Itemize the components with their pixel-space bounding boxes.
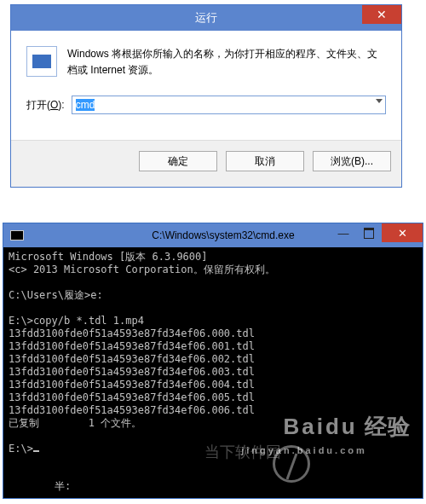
run-info: Windows 将根据你所输入的名称，为你打开相应的程序、文件夹、文档或 Int… [26,46,386,78]
cmd-titlebar[interactable]: C:\Windows\system32\cmd.exe — ✕ [3,223,423,247]
watermark-logo-icon [273,445,310,483]
run-description: Windows 将根据你所输入的名称，为你打开相应的程序、文件夹、文档或 Int… [67,46,386,78]
cmd-line: 13fdd3100fde0f51a4593e87fd34ef06.006.tdl [9,404,255,416]
cmd-output[interactable]: Microsoft Windows [版本 6.3.9600] <c> 2013… [3,247,423,498]
open-combobox[interactable] [72,96,386,114]
run-body: Windows 将根据你所输入的名称，为你打开相应的程序、文件夹、文档或 Int… [11,31,401,140]
close-icon: ✕ [377,8,387,21]
cmd-line: 13fdd3100fde0f51a4593e87fd34ef06.004.tdl [9,379,255,391]
open-input[interactable] [72,96,386,114]
close-button[interactable]: ✕ [362,5,401,24]
cmd-fragment: 半: [55,480,71,493]
cmd-line: 13fdd3100fde0f51a4593e87fd34ef06.001.tdl [9,340,255,352]
cmd-close-button[interactable]: ✕ [382,223,423,242]
cursor-icon [33,450,39,452]
cmd-line: 13fdd3100fde0f51a4593e87fd34ef06.005.tdl [9,391,255,403]
run-app-icon [26,46,57,77]
open-label: 打开(O): [26,98,65,113]
cmd-line: 13fdd3100fde0f51a4593e87fd34ef06.002.tdl [9,353,255,365]
open-label-pre: 打开( [26,99,50,111]
chevron-down-icon[interactable] [376,99,383,103]
run-title: 运行 [11,10,401,26]
run-titlebar[interactable]: 运行 ✕ [11,5,401,31]
cmd-window: C:\Windows\system32\cmd.exe — ✕ Microsof… [3,223,423,499]
cmd-prompt: E:\> [9,443,33,455]
cmd-line: <c> 2013 Microsoft Corporation。保留所有权利。 [9,264,275,275]
cmd-window-controls: — ✕ [331,223,423,242]
cmd-app-icon [10,230,24,240]
open-label-post: ): [58,99,64,111]
watermark-baidu: Baidu 经验 jingyan.baidu.com [241,408,411,483]
browse-button[interactable]: 浏览(B)... [313,151,391,171]
cmd-line: E:\>copy/b *.tdl 1.mp4 [9,315,144,327]
cmd-line: C:\Users\履途>e: [9,289,103,301]
cmd-line: 13fdd3100fde0f51a4593e87fd34ef06.003.tdl [9,366,255,378]
maximize-button[interactable] [356,223,382,242]
run-input-row: 打开(O): [26,96,386,114]
cmd-line: Microsoft Windows [版本 6.3.9600] [9,251,208,263]
cmd-line: 13fdd3100fde0f51a4593e87fd34ef06.000.tdl [9,327,255,339]
watermark-brand: Baidu [284,414,358,439]
cmd-line: 已复制 1 个文件。 [9,417,141,429]
watermark-center: 当下软件园 [204,446,281,459]
ok-button[interactable]: 确定 [139,151,217,171]
run-dialog: 运行 ✕ Windows 将根据你所输入的名称，为你打开相应的程序、文件夹、文档… [10,4,402,188]
watermark-url: jingyan.baidu.com [241,444,411,457]
minimize-button[interactable]: — [331,223,356,242]
run-button-row: 确定 取消 浏览(B)... [11,140,401,187]
open-label-key: O [50,99,58,111]
cancel-button[interactable]: 取消 [226,151,304,171]
